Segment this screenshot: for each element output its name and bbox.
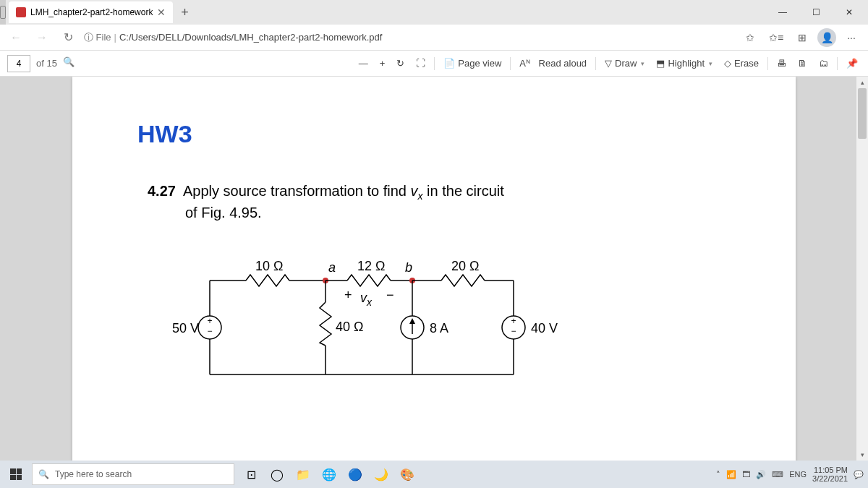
nav-back-button[interactable]: ← bbox=[6, 27, 26, 48]
clock[interactable]: 11:05 PM 3/22/2021 bbox=[812, 466, 848, 483]
nav-refresh-button[interactable]: ↻ bbox=[58, 27, 78, 48]
wifi-icon[interactable]: 📶 bbox=[726, 470, 736, 479]
scroll-thumb[interactable] bbox=[858, 88, 867, 139]
tab-leading-icon bbox=[0, 0, 6, 25]
address-path: C:/Users/DELL/Downloads/LMH_chapter2-par… bbox=[119, 32, 382, 43]
vertical-scrollbar[interactable]: ▴ ▾ bbox=[856, 77, 868, 461]
pdf-toolbar: of 15 🔍 — + ↻ ⛶ 📄 Page view Aᴺ Read alou… bbox=[0, 51, 868, 77]
scroll-down-arrow[interactable]: ▾ bbox=[856, 449, 868, 461]
v40-label: 40 V bbox=[531, 321, 558, 336]
keyboard-icon[interactable]: ⌨ bbox=[772, 470, 783, 479]
volume-icon[interactable]: 🔊 bbox=[756, 470, 766, 479]
rotate-button[interactable]: ↻ bbox=[391, 53, 410, 74]
svg-text:−: − bbox=[511, 326, 516, 336]
circuit-figure: + − + − 10 Ω a 12 Ω b 20 Ω + vx − bbox=[174, 252, 550, 396]
read-aloud-button[interactable]: Aᴺ Read aloud bbox=[514, 53, 592, 74]
tray-chevron-icon[interactable]: ˄ bbox=[716, 470, 720, 479]
saveas-button[interactable]: 🗂 bbox=[813, 53, 834, 74]
app-icon[interactable]: 🌙 bbox=[369, 462, 393, 487]
scroll-up-arrow[interactable]: ▴ bbox=[856, 77, 868, 88]
vx-label: vx bbox=[360, 291, 372, 308]
vx-minus: − bbox=[386, 288, 394, 303]
window-maximize-button[interactable]: ☐ bbox=[800, 1, 832, 23]
print-button[interactable]: 🖶 bbox=[771, 53, 792, 74]
star-icon[interactable]: ✩ bbox=[739, 27, 761, 48]
address-sep: | bbox=[114, 32, 116, 43]
vx-plus: + bbox=[344, 288, 352, 303]
favorites-icon[interactable]: ✩≡ bbox=[765, 27, 787, 48]
zoom-out-button[interactable]: — bbox=[353, 53, 374, 74]
pdf-icon bbox=[16, 7, 26, 17]
node-a-label: a bbox=[328, 260, 336, 275]
more-icon[interactable]: ··· bbox=[841, 27, 862, 48]
address-field[interactable]: ⓘ File | C:/Users/DELL/Downloads/LMH_cha… bbox=[84, 31, 733, 44]
address-bar: ← → ↻ ⓘ File | C:/Users/DELL/Downloads/L… bbox=[0, 25, 868, 51]
window-minimize-button[interactable]: — bbox=[767, 1, 799, 23]
r10-label: 10 Ω bbox=[255, 259, 283, 274]
browser-tabbar: LMH_chapter2-part2-homework ✕ + — ☐ ✕ bbox=[0, 0, 868, 25]
language-indicator[interactable]: ENG bbox=[789, 470, 807, 479]
pdf-page: HW3 4.27Apply source transformation to f… bbox=[72, 77, 796, 461]
nav-forward-button[interactable]: → bbox=[32, 27, 52, 48]
notifications-icon[interactable]: 💬 bbox=[854, 470, 864, 479]
page-count-label: of 15 bbox=[36, 58, 57, 69]
cortana-icon[interactable]: ◯ bbox=[265, 462, 289, 487]
address-prefix: ⓘ File bbox=[84, 31, 111, 44]
r12-label: 12 Ω bbox=[357, 259, 385, 274]
zoom-in-button[interactable]: + bbox=[374, 53, 391, 74]
draw-button[interactable]: ▽ Draw▾ bbox=[599, 53, 650, 74]
svg-text:−: − bbox=[207, 326, 212, 336]
explorer-icon[interactable]: 📁 bbox=[291, 462, 315, 487]
svg-text:+: + bbox=[207, 316, 212, 326]
problem-number: 4.27 bbox=[148, 183, 176, 199]
windows-taskbar: 🔍 Type here to search ⊡ ◯ 📁 🌐 🔵 🌙 🎨 ˄ 📶 … bbox=[0, 461, 868, 488]
chrome-icon[interactable]: 🔵 bbox=[343, 462, 367, 487]
task-view-icon[interactable]: ⊡ bbox=[239, 462, 263, 487]
highlight-button[interactable]: ⬒ Highlight▾ bbox=[650, 53, 718, 74]
window-close-button[interactable]: ✕ bbox=[833, 1, 865, 23]
page-view-button[interactable]: 📄 Page view bbox=[438, 53, 507, 74]
fit-button[interactable]: ⛶ bbox=[410, 53, 431, 74]
browser-tab[interactable]: LMH_chapter2-part2-homework ✕ bbox=[9, 1, 173, 23]
search-icon[interactable]: 🔍 bbox=[63, 56, 77, 71]
tab-close-button[interactable]: ✕ bbox=[157, 7, 166, 18]
pin-toolbar-button[interactable]: 📌 bbox=[841, 53, 864, 74]
i8-label: 8 A bbox=[430, 321, 448, 336]
profile-avatar[interactable]: 👤 bbox=[817, 28, 836, 47]
start-button[interactable] bbox=[0, 461, 32, 488]
save-button[interactable]: 🗎 bbox=[792, 53, 813, 74]
pdf-viewport[interactable]: HW3 4.27Apply source transformation to f… bbox=[0, 77, 868, 461]
edge-icon[interactable]: 🌐 bbox=[317, 462, 341, 487]
page-heading: HW3 bbox=[137, 120, 731, 148]
battery-icon[interactable]: 🗔 bbox=[742, 470, 750, 479]
problem-text: 4.27Apply source transformation to find … bbox=[148, 181, 582, 223]
tab-title: LMH_chapter2-part2-homework bbox=[30, 7, 153, 17]
page-number-input[interactable] bbox=[7, 55, 30, 72]
taskbar-search[interactable]: 🔍 Type here to search bbox=[32, 463, 234, 485]
v50-label: 50 V bbox=[172, 321, 199, 336]
node-b-label: b bbox=[405, 260, 412, 275]
r20-label: 20 Ω bbox=[451, 259, 479, 274]
new-tab-button[interactable]: + bbox=[174, 2, 195, 22]
erase-button[interactable]: ◇ Erase bbox=[718, 53, 765, 74]
svg-text:+: + bbox=[511, 316, 516, 326]
paint-icon[interactable]: 🎨 bbox=[395, 462, 420, 487]
collections-icon[interactable]: ⊞ bbox=[791, 27, 813, 48]
r40-label: 40 Ω bbox=[336, 320, 363, 335]
